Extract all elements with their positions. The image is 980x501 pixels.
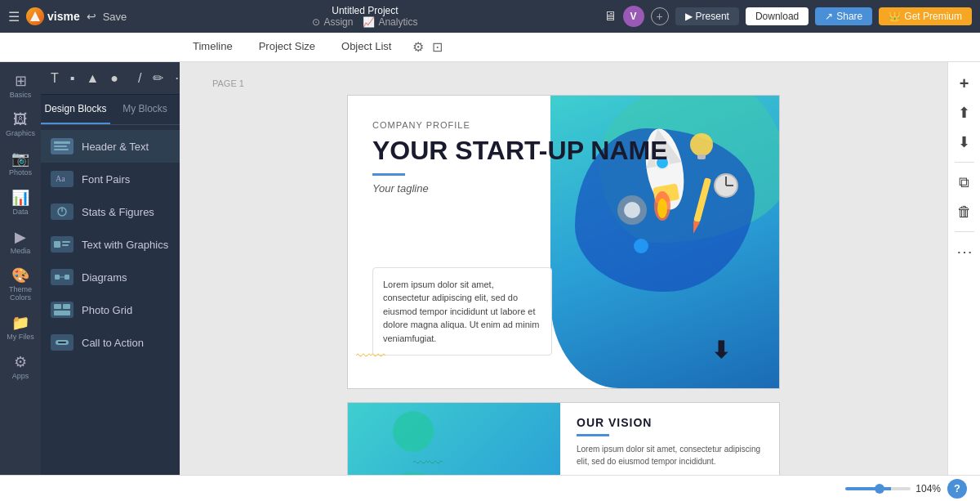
wave-decoration: 〰〰 [356,348,385,365]
apps-icon: ⚙ [14,353,27,371]
media-icon: ▶ [15,228,26,246]
more-options-button[interactable]: ⋯ [951,239,978,265]
pen-tool[interactable]: ✏ [149,67,167,89]
page-label: PAGE 1 [212,78,244,88]
undo-icon[interactable]: ↩ [87,10,96,23]
panel-item-text-graphics[interactable]: Text with Graphics [41,228,180,261]
top-bar-left: ☰ visme ↩ Save [8,7,127,25]
text-tool[interactable]: T [47,68,62,89]
tagline-line [372,173,405,176]
zoom-in-button[interactable]: + [951,70,978,96]
panel-item-cta[interactable]: Call to Action [41,326,180,359]
sidebar-item-photos[interactable]: 📷 Photos [2,145,38,182]
top-bar-center: Untitled Project ⊙ Assign 📈 Analytics [312,5,417,28]
assign-item[interactable]: ⊙ Assign [312,16,353,28]
svg-rect-2 [54,145,67,147]
circle-tool[interactable]: ● [107,68,122,89]
assign-icon: ⊙ [312,16,320,28]
settings-icon[interactable]: ⚙ [412,39,424,55]
svg-rect-14 [63,304,70,309]
toolbar-strip: T ▪ ▲ ● / ✏ ⋯ [41,62,180,95]
canvas-area[interactable]: PAGE 1 [180,62,947,475]
sidebar-item-my-files[interactable]: 📁 My Files [2,309,38,347]
design-blocks-panel: T ▪ ▲ ● / ✏ ⋯ Design Blocks My Blocks He… [41,62,180,475]
align-top-button[interactable]: ⬆ [951,100,978,126]
premium-button[interactable]: 👑 Get Premium [879,7,972,25]
design-blocks-tab[interactable]: Design Blocks [41,95,110,124]
slide-wrapper: COMPANY PROFILE YOUR START-UP NAME Your … [347,95,780,475]
fullscreen-icon[interactable]: ⊡ [432,39,443,55]
vision-text: Lorem ipsum dolor sit amet, consectetur … [577,443,763,467]
diagrams-label: Diagrams [82,271,127,284]
tab-timeline[interactable]: Timeline [180,33,246,61]
slide-2[interactable]: 〰〰 OUR VISION Lorem ipsum dolor sit amet… [347,402,780,475]
top-bar: ☰ visme ↩ Save Untitled Project ⊙ Assign… [0,0,980,33]
second-bar: Timeline Project Size Object List ⚙ ⊡ [0,33,980,62]
slide-1[interactable]: COMPANY PROFILE YOUR START-UP NAME Your … [347,95,780,389]
svg-rect-8 [62,241,70,243]
svg-marker-0 [30,11,40,21]
panel-tabs: Design Blocks My Blocks [41,95,180,125]
tab-object-list[interactable]: Object List [328,33,404,61]
slide-2-right: OUR VISION Lorem ipsum dolor sit amet, c… [560,403,779,475]
share-button[interactable]: ↗ Share [815,7,872,25]
help-button[interactable]: ? [947,479,967,499]
triangle-tool[interactable]: ▲ [82,68,102,89]
panel-item-photo-grid[interactable]: Photo Grid [41,293,180,326]
present-button[interactable]: ▶ Present [675,7,739,25]
sidebar-item-data[interactable]: 📊 Data [2,184,38,221]
add-collaborator-button[interactable]: + [651,7,669,25]
panel-item-stats[interactable]: Stats & Figures [41,195,180,228]
top-bar-right: 🖥 V + ▶ Present Download ↗ Share 👑 Get P… [604,6,972,27]
sidebar-item-theme-colors[interactable]: 🎨 Theme Colors [2,262,38,307]
cta-icon [51,334,74,351]
duplicate-button[interactable]: ⧉ [951,169,978,195]
panel-item-diagrams[interactable]: Diagrams [41,261,180,293]
font-pairs-label: Font Pairs [82,173,130,186]
blue-dot [634,239,648,253]
analytics-icon: 📈 [363,16,375,28]
text-graphics-label: Text with Graphics [82,239,168,251]
cta-label: Call to Action [82,337,144,349]
visme-logo-dot [26,7,44,25]
svg-marker-27 [690,221,700,235]
hamburger-icon[interactable]: ☰ [8,9,20,25]
svg-rect-3 [54,149,69,150]
sidebar-item-apps[interactable]: ⚙ Apps [2,348,38,386]
sidebar-item-graphics[interactable]: 🖼 Graphics [2,106,38,143]
my-files-icon: 📁 [11,314,29,332]
align-bottom-button[interactable]: ⬇ [951,129,978,155]
crown-icon: 👑 [889,11,901,22]
svg-rect-10 [55,275,60,280]
stats-label: Stats & Figures [82,206,154,218]
graphics-icon: 🖼 [13,111,28,128]
basics-icon: ⊞ [15,72,27,90]
second-bar-icons: ⚙ ⊡ [412,39,443,55]
sidebar-item-media[interactable]: ▶ Media [2,223,38,261]
panel-item-header-text[interactable]: Header & Text [41,130,180,163]
delete-button[interactable]: 🗑 [951,199,978,225]
play-icon: ▶ [685,11,693,22]
slide-1-text: COMPANY PROFILE YOUR START-UP NAME Your … [372,120,780,195]
theme-colors-icon: 🎨 [11,266,29,284]
photo-grid-icon [51,302,74,318]
analytics-item[interactable]: 📈 Analytics [363,16,417,28]
tab-project-size[interactable]: Project Size [246,33,328,61]
slide-2-left: 〰〰 [348,403,560,475]
header-text-label: Header & Text [82,141,149,153]
rect-tool[interactable]: ▪ [67,68,78,89]
download-button[interactable]: Download [746,7,808,25]
panel-item-font-pairs[interactable]: Aa Font Pairs [41,163,180,195]
zoom-slider[interactable] [845,487,911,490]
line-tool[interactable]: / [135,68,145,89]
monitor-icon: 🖥 [604,9,617,24]
svg-text:Aa: Aa [56,174,65,183]
svg-point-25 [624,202,640,218]
sidebar-item-basics[interactable]: ⊞ Basics [2,67,38,105]
save-button[interactable]: Save [103,11,127,23]
right-toolbar: + ⬆ ⬇ ⧉ 🗑 ⋯ [947,62,980,475]
data-icon: 📊 [11,189,29,207]
svg-rect-13 [54,304,61,309]
my-blocks-tab[interactable]: My Blocks [110,95,180,124]
vision-line [577,434,609,436]
